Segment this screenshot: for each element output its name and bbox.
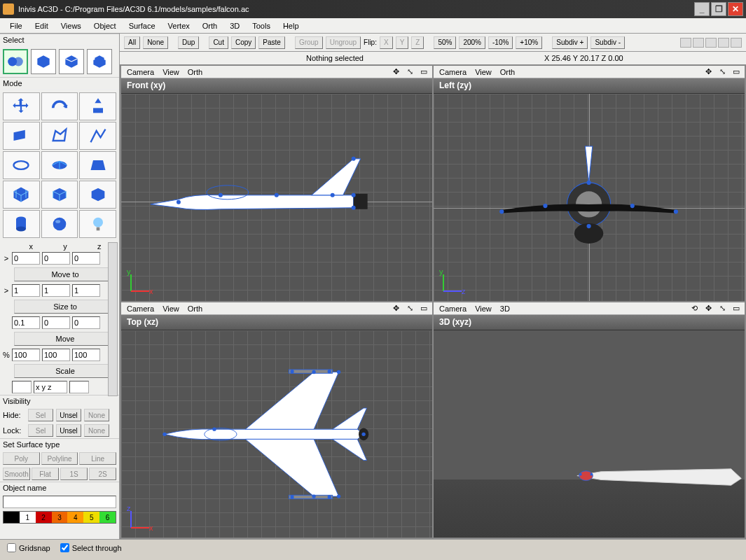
object-name-input[interactable] — [3, 496, 116, 508]
menu-3d[interactable]: 3D — [224, 20, 245, 31]
tb-copy[interactable]: Copy — [231, 36, 256, 49]
layout-icon-3[interactable] — [705, 38, 717, 48]
lock-sel[interactable]: Sel — [28, 424, 53, 437]
tb-flip-x[interactable]: X — [380, 36, 393, 49]
extra-c[interactable] — [69, 381, 89, 393]
zoom-icon[interactable]: ⤡ — [717, 67, 728, 77]
lock-unsel[interactable]: Unsel — [56, 424, 81, 437]
menu-tools[interactable]: Tools — [247, 20, 276, 31]
size-to-expand[interactable]: > — [3, 286, 10, 295]
move-y[interactable] — [42, 316, 70, 329]
mesh-tool-icon[interactable] — [3, 181, 40, 209]
menu-help[interactable]: Help — [277, 20, 305, 31]
tb-dup[interactable]: Dup — [178, 36, 199, 49]
menu-file[interactable]: File — [4, 20, 28, 31]
menu-object[interactable]: Object — [88, 20, 122, 31]
maximize-icon[interactable]: ▭ — [731, 67, 742, 77]
orbit-icon[interactable]: ⟲ — [689, 304, 700, 314]
color-2[interactable]: 2 — [36, 512, 52, 523]
size-to-z[interactable] — [72, 284, 100, 297]
vp-3d-camera[interactable]: Camera — [436, 304, 469, 313]
tb-all[interactable]: All — [124, 36, 140, 49]
vp-left-canvas[interactable]: yz — [434, 94, 745, 301]
tb-flip-z[interactable]: Z — [411, 36, 424, 49]
surf-2s[interactable]: 2S — [89, 468, 116, 480]
scale-button[interactable]: Scale — [14, 364, 116, 378]
rect-tool-icon[interactable] — [3, 122, 40, 150]
gridsnap-checkbox[interactable]: Gridsnap — [7, 543, 50, 552]
tb-none[interactable]: None — [143, 36, 168, 49]
vp-front-view[interactable]: View — [160, 68, 182, 76]
menu-surface[interactable]: Surface — [123, 20, 161, 31]
tb-ungroup[interactable]: Ungroup — [326, 36, 361, 49]
tb-zoom-200[interactable]: 200% — [459, 36, 485, 49]
move-to-expand[interactable]: > — [3, 254, 10, 262]
move-x[interactable] — [12, 316, 40, 329]
zoom-icon[interactable]: ⤡ — [404, 304, 415, 314]
color-1[interactable]: 1 — [20, 512, 36, 523]
color-0[interactable] — [4, 512, 20, 523]
tb-zoom-p10[interactable]: +10% — [516, 36, 542, 49]
tb-subdiv-plus[interactable]: Subdiv + — [552, 36, 588, 49]
extrude-tool-icon[interactable] — [79, 92, 116, 120]
ellipse-tool-icon[interactable] — [3, 151, 40, 179]
surf-poly[interactable]: Poly — [3, 452, 40, 465]
tb-zoom-m10[interactable]: -10% — [488, 36, 513, 49]
menu-vertex[interactable]: Vertex — [163, 20, 195, 31]
hide-sel[interactable]: Sel — [28, 409, 53, 421]
menu-orth[interactable]: Orth — [197, 20, 223, 31]
size-to-button[interactable]: Size to — [14, 300, 116, 314]
poly-tool-icon[interactable] — [41, 122, 78, 150]
minimize-button[interactable]: _ — [694, 2, 710, 16]
disc-tool-icon[interactable] — [41, 151, 78, 179]
layout-icon-5[interactable] — [731, 38, 742, 48]
cylinder-tool-icon[interactable] — [3, 210, 40, 238]
surf-line[interactable]: Line — [79, 452, 116, 465]
color-5[interactable]: 5 — [83, 512, 99, 523]
select-object-tool[interactable] — [31, 49, 56, 74]
vp-front-orth[interactable]: Orth — [185, 68, 205, 76]
lock-none[interactable]: None — [84, 424, 109, 437]
hide-none[interactable]: None — [84, 409, 109, 421]
move-to-z[interactable] — [72, 252, 100, 265]
surf-flat[interactable]: Flat — [32, 468, 59, 480]
tb-subdiv-minus[interactable]: Subdiv - — [590, 36, 625, 49]
tb-cut[interactable]: Cut — [209, 36, 228, 49]
layout-icon-4[interactable] — [718, 38, 729, 48]
size-to-x[interactable] — [12, 284, 40, 297]
move-to-button[interactable]: Move to — [14, 267, 116, 281]
light-tool-icon[interactable] — [79, 210, 116, 238]
trapezoid-tool-icon[interactable] — [79, 151, 116, 179]
maximize-icon[interactable]: ▭ — [731, 304, 742, 314]
sphere-wire-tool-icon[interactable] — [41, 181, 78, 209]
layout-icon-2[interactable] — [693, 38, 704, 48]
line-tool-icon[interactable] — [79, 122, 116, 150]
menu-views[interactable]: Views — [55, 20, 87, 31]
maximize-button[interactable]: ❐ — [711, 2, 726, 16]
move-tool-icon[interactable] — [3, 92, 40, 120]
pan-icon[interactable]: ✥ — [703, 67, 714, 77]
zoom-icon[interactable]: ⤡ — [404, 67, 415, 77]
color-3[interactable]: 3 — [52, 512, 68, 523]
box-tool-icon[interactable] — [79, 181, 116, 209]
vp-left-orth[interactable]: Orth — [497, 68, 518, 76]
vp-left-camera[interactable]: Camera — [436, 68, 469, 76]
vp-3d-view[interactable]: View — [472, 304, 495, 313]
pan-icon[interactable]: ✥ — [390, 304, 401, 314]
vp-top-canvas[interactable]: zx — [121, 330, 432, 538]
vp-front-canvas[interactable]: yx — [121, 94, 432, 301]
vp-3d-3d[interactable]: 3D — [497, 304, 513, 313]
vp-top-orth[interactable]: Orth — [185, 304, 205, 313]
maximize-icon[interactable]: ▭ — [418, 304, 429, 314]
maximize-icon[interactable]: ▭ — [418, 67, 429, 77]
vp-left-view[interactable]: View — [472, 68, 495, 76]
extra-a[interactable] — [12, 381, 32, 393]
zoom-icon[interactable]: ⤡ — [717, 304, 728, 314]
hide-unsel[interactable]: Unsel — [56, 409, 81, 421]
layout-icon-1[interactable] — [680, 38, 691, 48]
scale-z[interactable] — [72, 349, 100, 361]
move-to-x[interactable] — [12, 252, 40, 265]
vp-3d-canvas[interactable] — [434, 330, 745, 538]
tb-group[interactable]: Group — [295, 36, 323, 49]
size-to-y[interactable] — [42, 284, 70, 297]
